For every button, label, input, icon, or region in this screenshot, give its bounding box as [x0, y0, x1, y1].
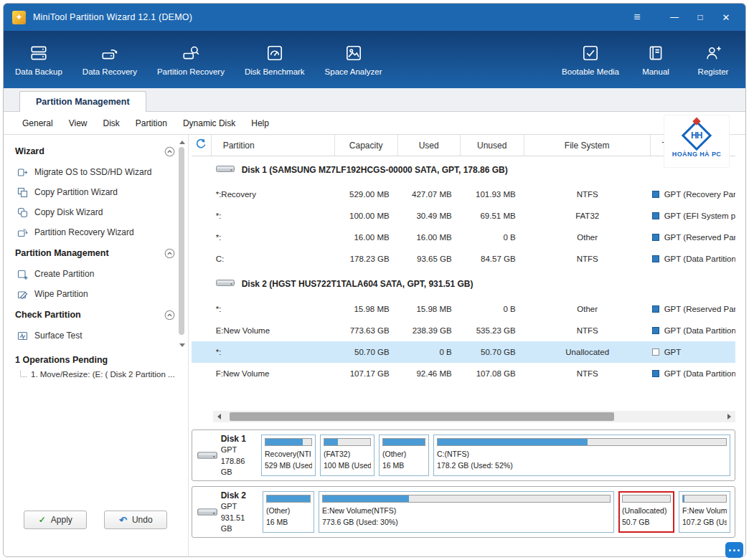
menu-general[interactable]: General — [22, 118, 53, 128]
diskmap-block-recovery[interactable]: Recovery(NTI 529 MB (Used — [261, 435, 316, 476]
gpt-partition-icon — [652, 191, 659, 198]
window-title: MiniTool Partition Wizard 12.1 (DEMO) — [33, 12, 192, 22]
disk-icon — [216, 164, 235, 176]
diskmap-blocks: (Other) 16 MB E:New Volume(NTFS) 773.6 G… — [263, 491, 730, 533]
undo-button[interactable]: ↶ Undo — [104, 511, 167, 529]
refresh-icon[interactable] — [195, 138, 207, 152]
horizontal-scrollbar[interactable] — [213, 411, 735, 422]
column-header-capacity[interactable]: Capacity — [335, 135, 398, 156]
apply-button[interactable]: ✓ Apply — [24, 511, 87, 529]
partition-row[interactable]: *: 100.00 MB 30.49 MB 69.51 MB FAT32 GPT… — [192, 205, 735, 227]
partition-row[interactable]: *: 16.00 MB 16.00 MB 0 B Other GPT (Rese… — [192, 227, 735, 248]
diskmap-block-other[interactable]: (Other) 16 MB — [263, 491, 314, 533]
diskmap-blocks: Recovery(NTI 529 MB (Used (FAT32) 100 MB… — [261, 435, 730, 476]
data-backup-icon — [29, 44, 48, 62]
sidebar-footer: ✓ Apply ↶ Undo — [4, 506, 188, 556]
tree-branch-icon — [20, 371, 27, 377]
sidebar-section-partition-management[interactable]: Partition Management — [15, 242, 175, 264]
diskmap-block-other[interactable]: (Other) 16 MB — [379, 435, 429, 476]
bootable-media-icon — [581, 44, 600, 62]
scroll-right-icon[interactable] — [724, 412, 734, 422]
column-header-unused[interactable]: Unused — [461, 135, 524, 156]
partition-recovery-button[interactable]: Partition Recovery — [157, 44, 225, 76]
register-icon — [704, 44, 722, 62]
gpt-partition-icon — [652, 234, 659, 241]
chevron-up-circle-icon[interactable] — [164, 310, 175, 321]
sidebar-item-partition-recovery-wizard[interactable]: Partition Recovery Wizard — [15, 222, 175, 242]
scroll-up-icon[interactable] — [179, 141, 185, 144]
scroll-down-icon[interactable] — [179, 343, 185, 347]
usage-bar — [682, 495, 727, 503]
diskmap-block-e[interactable]: E:New Volume(NTFS) 773.6 GB (Used: 30%) — [319, 491, 614, 533]
column-header-partition[interactable]: Partition — [212, 135, 335, 156]
menu-icon[interactable]: ≡ — [626, 9, 648, 26]
menu-dynamic-disk[interactable]: Dynamic Disk — [183, 118, 235, 128]
sidebar-item-wipe-partition[interactable]: Wipe Partition — [15, 284, 175, 304]
disk-benchmark-button[interactable]: Disk Benchmark — [245, 44, 305, 76]
titlebar: ✦ MiniTool Partition Wizard 12.1 (DEMO) … — [4, 4, 745, 31]
sidebar-item-copy-partition[interactable]: Copy Partition Wizard — [15, 182, 175, 202]
scroll-left-icon[interactable] — [215, 412, 225, 422]
partition-row[interactable]: *: 15.98 MB 15.98 MB 0 B Other GPT (Rese… — [192, 298, 735, 320]
column-header-used[interactable]: Used — [398, 135, 461, 156]
space-analyzer-button[interactable]: Space Analyzer — [325, 44, 382, 76]
table-header: Partition Capacity Used Unused File Syst… — [192, 135, 735, 156]
close-icon[interactable]: ✕ — [715, 9, 737, 26]
column-header-file-system[interactable]: File System — [524, 135, 651, 156]
unallocated-partition-icon — [652, 348, 659, 356]
toolbar-right-group: Bootable Media Manual Register — [562, 44, 734, 76]
diskmap-block-unallocated-selected[interactable]: (Unallocated) 50.7 GB — [618, 491, 674, 533]
partition-row[interactable]: F:New Volume 107.17 GB 92.46 MB 107.08 G… — [192, 363, 735, 384]
sidebar-item-migrate-os[interactable]: Migrate OS to SSD/HD Wizard — [15, 162, 175, 182]
disk-group-row-2[interactable]: Disk 2 (HGST HUS722T1TALA604 SATA, GPT, … — [192, 270, 735, 298]
chevron-up-circle-icon[interactable] — [164, 146, 175, 157]
operation-item[interactable]: 1. Move/Resize: (E: ( Disk 2 Partition .… — [15, 370, 175, 386]
bootable-media-button[interactable]: Bootable Media — [562, 44, 619, 76]
logo-diamond-icon: HH — [682, 120, 712, 151]
table-empty-space — [192, 384, 735, 411]
data-recovery-icon — [100, 44, 119, 62]
maximize-icon[interactable]: □ — [689, 9, 711, 26]
tab-partition-management[interactable]: Partition Management — [19, 91, 146, 112]
partition-row-selected[interactable]: *: 50.70 GB 0 B 50.70 GB Unallocated GPT — [192, 341, 735, 363]
data-backup-button[interactable]: Data Backup — [15, 44, 62, 76]
minimize-icon[interactable]: — — [664, 9, 685, 26]
partition-row[interactable]: C: 178.23 GB 93.65 GB 84.57 GB NTFS GPT … — [192, 248, 735, 270]
scrollbar-thumb[interactable] — [179, 147, 184, 335]
menubar: General View Disk Partition Dynamic Disk… — [4, 112, 745, 135]
partition-recovery-wizard-icon — [17, 227, 28, 238]
scrollbar-thumb[interactable] — [230, 412, 614, 421]
menu-view[interactable]: View — [69, 118, 88, 128]
diskmap-block-fat32[interactable]: (FAT32) 100 MB (Used — [320, 435, 374, 476]
undo-arrow-icon: ↶ — [119, 515, 127, 526]
scrollbar-track[interactable] — [225, 412, 724, 421]
toolbar-left-group: Data Backup Data Recovery Partition Reco… — [15, 44, 382, 76]
sidebar-section-wizard[interactable]: Wizard — [15, 141, 175, 162]
diskmap-block-f[interactable]: F:New Volum 107.2 GB (Us — [679, 491, 730, 533]
menu-help[interactable]: Help — [251, 118, 269, 128]
register-button[interactable]: Register — [692, 44, 734, 76]
manual-button[interactable]: Manual — [635, 44, 677, 76]
sidebar-section-check-partition[interactable]: Check Partition — [15, 304, 175, 326]
partition-row[interactable]: *:Recovery 529.00 MB 427.07 MB 101.93 MB… — [192, 184, 735, 205]
disk-group-row-1[interactable]: Disk 1 (SAMSUNG MZ7LF192HCGS-00000 SATA,… — [192, 156, 735, 184]
refresh-cell — [192, 135, 212, 156]
diskmap-block-c[interactable]: C:(NTFS) 178.2 GB (Used: 52%) — [433, 435, 730, 476]
gpt-partition-icon — [652, 305, 659, 313]
menu-disk[interactable]: Disk — [103, 118, 120, 128]
sidebar-scroll-area: Wizard Migrate OS to SSD/HD Wizard Copy … — [4, 135, 188, 506]
chevron-up-circle-icon[interactable] — [164, 248, 175, 259]
sidebar-item-create-partition[interactable]: Create Partition — [15, 264, 175, 284]
disk-label: Disk 1 GPT 178.86 GB — [221, 433, 257, 478]
sidebar-scrollbar[interactable] — [178, 141, 186, 347]
gpt-partition-icon — [652, 327, 659, 334]
sidebar-item-copy-disk[interactable]: Copy Disk Wizard — [15, 202, 175, 222]
sidebar-item-surface-test[interactable]: Surface Test — [15, 326, 175, 346]
partition-row[interactable]: E:New Volume 773.63 GB 238.39 GB 535.23 … — [192, 320, 735, 341]
app-window: ✦ MiniTool Partition Wizard 12.1 (DEMO) … — [3, 3, 746, 557]
menu-partition[interactable]: Partition — [136, 118, 167, 128]
copy-disk-icon — [17, 207, 28, 218]
migrate-os-icon — [17, 167, 28, 178]
data-recovery-button[interactable]: Data Recovery — [83, 44, 137, 76]
chat-icon[interactable] — [725, 542, 743, 558]
